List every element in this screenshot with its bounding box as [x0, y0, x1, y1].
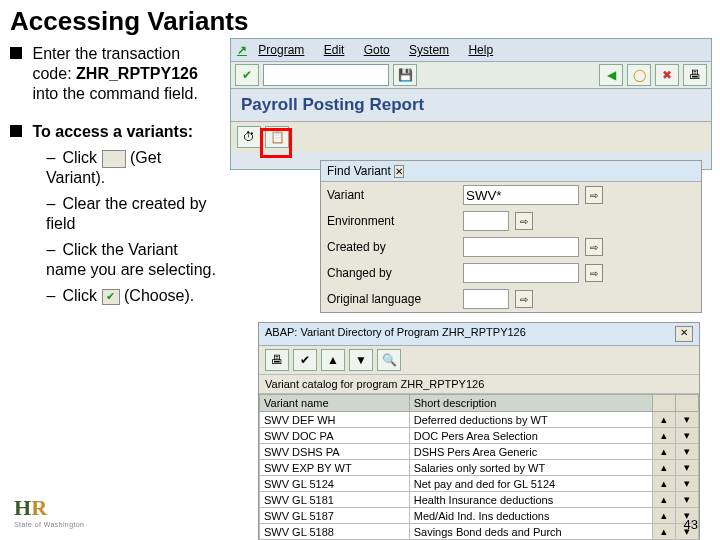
- print-icon[interactable]: 🖶: [683, 64, 707, 86]
- created-by-input[interactable]: [463, 237, 579, 257]
- close-icon[interactable]: ✕: [675, 326, 693, 342]
- choose-icon[interactable]: ✔: [293, 349, 317, 371]
- dash-icon: –: [46, 194, 56, 214]
- table-row[interactable]: SWV GL 5181Health Insurance deductions▴▾: [260, 492, 699, 508]
- field-label-created-by: Created by: [327, 240, 457, 254]
- variant-directory-popup: ABAP: Variant Directory of Program ZHR_R…: [258, 322, 700, 540]
- field-label-changed-by: Changed by: [327, 266, 457, 280]
- close-icon[interactable]: ✕: [394, 165, 404, 178]
- find-variant-popup: Find Variant ✕ Variant ⇨ Environment ⇨ C…: [320, 160, 702, 313]
- menu-program[interactable]: Program: [258, 43, 304, 57]
- sap-app-toolbar: ⏱ 📋: [231, 121, 711, 152]
- sap-standard-toolbar: ✔ 💾 ◀ ◯ ✖ 🖶: [231, 62, 711, 89]
- menu-goto[interactable]: Goto: [364, 43, 390, 57]
- selection-options-icon[interactable]: ⇨: [585, 186, 603, 204]
- vardir-subtitle: Variant catalog for program ZHR_RPTPY126: [259, 375, 699, 394]
- menu-help[interactable]: Help: [468, 43, 493, 57]
- choose-check-icon: ✔: [102, 289, 120, 305]
- vardir-title: ABAP: Variant Directory of Program ZHR_R…: [265, 326, 526, 342]
- bullet2-text: To access a variants:: [32, 122, 216, 142]
- back-icon[interactable]: ◀: [599, 64, 623, 86]
- popup-header: Find Variant ✕: [321, 161, 701, 182]
- sap-main-window: ↗ Program Edit Goto System Help ✔ 💾 ◀ ◯ …: [230, 38, 712, 170]
- environment-input[interactable]: [463, 211, 509, 231]
- selection-options-icon[interactable]: ⇨: [585, 264, 603, 282]
- slide-title: Accessing Variants: [10, 6, 248, 37]
- bullet-square-icon: [10, 125, 22, 137]
- menu-edit[interactable]: Edit: [324, 43, 345, 57]
- sap-menubar: ↗ Program Edit Goto System Help: [231, 39, 711, 62]
- table-row[interactable]: SWV DSHS PADSHS Pers Area Generic▴▾: [260, 444, 699, 460]
- selection-options-icon[interactable]: ⇨: [515, 290, 533, 308]
- menu-system[interactable]: System: [409, 43, 449, 57]
- dash-icon: –: [46, 148, 56, 168]
- print-icon[interactable]: 🖶: [265, 349, 289, 371]
- report-title: Payroll Posting Report: [231, 89, 711, 121]
- field-label-environment: Environment: [327, 214, 457, 228]
- get-variant-button[interactable]: 📋: [265, 126, 289, 148]
- enter-icon[interactable]: ✔: [235, 64, 259, 86]
- bullet1-code: ZHR_RPTPY126: [76, 65, 198, 82]
- page-number: 43: [684, 517, 698, 532]
- dash-icon: –: [46, 286, 56, 306]
- hr-logo: HRState of Washington: [14, 495, 84, 528]
- sub2-text: Clear the created by field: [46, 195, 207, 232]
- table-row[interactable]: SWV GL 5187Med/Aid Ind. Ins deductions▴▾: [260, 508, 699, 524]
- variant-input[interactable]: [463, 185, 579, 205]
- variant-table: Variant name Short description SWV DEF W…: [259, 394, 699, 540]
- changed-by-input[interactable]: [463, 263, 579, 283]
- field-label-orig-lang: Original language: [327, 292, 457, 306]
- dash-icon: –: [46, 240, 56, 260]
- save-icon[interactable]: 💾: [393, 64, 417, 86]
- table-row[interactable]: SWV DOC PADOC Pers Area Selection▴▾: [260, 428, 699, 444]
- col-variant-name[interactable]: Variant name: [260, 395, 410, 412]
- get-variant-icon: [102, 150, 126, 168]
- orig-lang-input[interactable]: [463, 289, 509, 309]
- sub1-a: Click: [62, 149, 101, 166]
- sub3-text: Click the Variant name you are selecting…: [46, 241, 216, 278]
- sub4-a: Click: [62, 287, 101, 304]
- table-row[interactable]: SWV EXP BY WTSalaries only sorted by WT▴…: [260, 460, 699, 476]
- table-row[interactable]: SWV GL 5188Savings Bond deds and Purch▴▾: [260, 524, 699, 540]
- bullet1-part-b: into the command field.: [32, 85, 197, 102]
- table-row[interactable]: SWV GL 5124Net pay and ded for GL 5124▴▾: [260, 476, 699, 492]
- find-icon[interactable]: 🔍: [377, 349, 401, 371]
- sub4-b: (Choose).: [124, 287, 194, 304]
- exit-icon[interactable]: ◯: [627, 64, 651, 86]
- selection-options-icon[interactable]: ⇨: [515, 212, 533, 230]
- execute-icon[interactable]: ⏱: [237, 126, 261, 148]
- instruction-text: Enter the transaction code: ZHR_RPTPY126…: [10, 44, 220, 306]
- sort-desc-icon[interactable]: ▼: [349, 349, 373, 371]
- command-field[interactable]: [263, 64, 389, 86]
- field-label-variant: Variant: [327, 188, 457, 202]
- sort-asc-icon[interactable]: ▲: [321, 349, 345, 371]
- selection-options-icon[interactable]: ⇨: [585, 238, 603, 256]
- menu-arrow-icon: ↗: [237, 43, 247, 57]
- bullet-square-icon: [10, 47, 22, 59]
- cancel-icon[interactable]: ✖: [655, 64, 679, 86]
- table-row[interactable]: SWV DEF WHDeferred deductions by WT▴▾: [260, 412, 699, 428]
- col-short-desc[interactable]: Short description: [409, 395, 652, 412]
